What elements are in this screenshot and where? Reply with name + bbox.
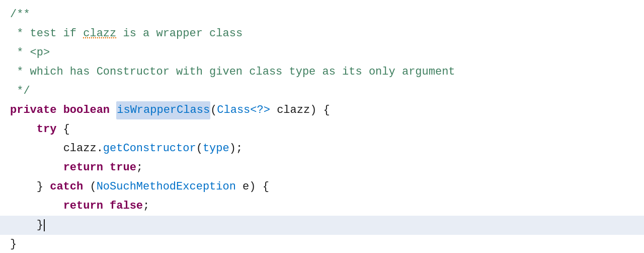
keyword-try: try: [37, 120, 57, 138]
method-getConstructor: getConstructor: [103, 140, 196, 157]
brace-close: }: [37, 216, 43, 234]
method-highlight: isWrapperClass: [116, 101, 210, 119]
paren-open: (: [90, 178, 96, 196]
method-name: isWrapperClass: [117, 104, 210, 116]
brace-close: }: [37, 178, 50, 196]
paren: (: [196, 140, 203, 157]
comment-text: /**: [10, 6, 30, 23]
param-name: clazz: [277, 101, 310, 119]
brace-close-final: }: [10, 235, 17, 253]
space: [103, 197, 110, 215]
space: [103, 159, 110, 176]
keyword-boolean: boolean: [63, 101, 110, 119]
type-var: type: [203, 140, 229, 157]
code-line-4: * which has Constructor with given class…: [0, 62, 644, 82]
comment-text: * which has Constructor with given class…: [10, 63, 455, 81]
keyword-false: false: [110, 197, 143, 215]
keyword-true: true: [110, 159, 136, 176]
semi: ;: [136, 159, 143, 176]
code-line-10: } catch (NoSuchMethodException e) {: [0, 177, 644, 197]
text-cursor: [44, 219, 45, 231]
code-line-11: return false;: [0, 197, 644, 216]
keyword-private: private: [10, 101, 56, 119]
code-line-13: }: [0, 235, 644, 253]
code-line-1: /**: [0, 5, 644, 24]
indent: [10, 197, 63, 215]
code-line-5: */: [0, 82, 644, 101]
space: [56, 101, 63, 119]
space: [110, 101, 116, 119]
code-line-2: * test if clazz is a wrapper class: [0, 24, 644, 43]
semi: );: [229, 140, 243, 157]
paren-close: ) {: [310, 101, 330, 119]
exception-type: NoSuchMethodException: [97, 178, 236, 196]
code-editor: /** * test if clazz is a wrapper class *…: [0, 0, 644, 253]
comment-text: * <p>: [10, 44, 50, 61]
clazz-underline: clazz: [83, 27, 116, 40]
indent: [10, 140, 63, 157]
code-line-12: }: [0, 216, 644, 235]
space: [270, 101, 277, 119]
code-line-8: clazz.getConstructor(type);: [0, 139, 644, 158]
param-type: Class<?>: [217, 101, 270, 119]
var-clazz: clazz.: [63, 140, 103, 157]
keyword-return: return: [63, 197, 103, 215]
space-e: e) {: [236, 178, 269, 196]
semi: ;: [143, 197, 149, 215]
brace: {: [56, 120, 69, 138]
indent: [10, 159, 63, 176]
indent: [10, 216, 37, 234]
indent: [10, 178, 37, 196]
comment-text: * test if clazz is a wrapper class: [10, 25, 243, 42]
code-line-3: * <p>: [0, 43, 644, 62]
comment-text: */: [10, 82, 30, 100]
indent: [10, 120, 37, 138]
space: [83, 178, 90, 196]
code-line-9: return true;: [0, 158, 644, 177]
keyword-catch: catch: [50, 178, 83, 196]
paren-open: (: [210, 101, 217, 119]
keyword-return: return: [63, 159, 103, 176]
code-line-7: try {: [0, 120, 644, 139]
code-line-6: private boolean isWrapperClass(Class<?> …: [0, 101, 644, 120]
